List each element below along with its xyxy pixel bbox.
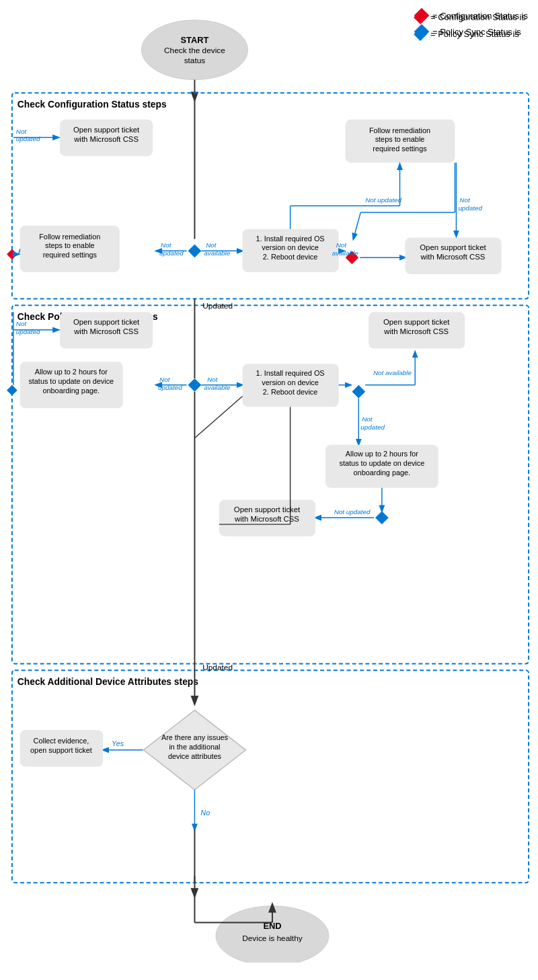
svg-text:onboarding page.: onboarding page. bbox=[43, 386, 100, 395]
svg-text:Open support ticket: Open support ticket bbox=[73, 318, 140, 326]
svg-text:Not: Not bbox=[336, 241, 348, 249]
attributes-section-box bbox=[12, 670, 529, 883]
svg-text:updated: updated bbox=[16, 328, 40, 335]
svg-text:Not updated: Not updated bbox=[365, 196, 401, 204]
svg-text:Not: Not bbox=[206, 241, 217, 249]
svg-text:status to update on device: status to update on device bbox=[339, 459, 424, 467]
svg-text:Not: Not bbox=[459, 196, 471, 204]
svg-text:Not available: Not available bbox=[373, 369, 412, 376]
svg-text:version on device: version on device bbox=[262, 243, 319, 251]
svg-text:Not: Not bbox=[159, 376, 171, 383]
svg-line-12 bbox=[19, 249, 20, 254]
policy-section-box bbox=[12, 305, 529, 663]
svg-text:Not updated: Not updated bbox=[334, 508, 371, 516]
policy-diamond-blue-center bbox=[188, 378, 202, 392]
svg-text:with Microsoft CSS: with Microsoft CSS bbox=[234, 515, 299, 523]
svg-text:steps to enable: steps to enable bbox=[45, 241, 95, 249]
svg-text:steps to enable: steps to enable bbox=[375, 135, 425, 143]
svg-text:available: available bbox=[204, 384, 230, 391]
svg-text:Allow up to 2 hours for: Allow up to 2 hours for bbox=[346, 450, 418, 458]
svg-text:Updated: Updated bbox=[202, 301, 233, 311]
svg-text:updated: updated bbox=[458, 204, 482, 212]
svg-text:2. Reboot device: 2. Reboot device bbox=[263, 388, 318, 396]
svg-text:Check the device: Check the device bbox=[164, 46, 225, 55]
svg-text:Updated: Updated bbox=[202, 663, 233, 672]
attributes-section-title: Check Additional Device Attributes steps bbox=[17, 676, 198, 687]
svg-text:available: available bbox=[204, 249, 230, 257]
policy-diamond-blue-bottom bbox=[375, 511, 389, 524]
svg-text:Follow remediation: Follow remediation bbox=[39, 233, 100, 241]
svg-text:updated: updated bbox=[16, 135, 40, 142]
svg-text:updated: updated bbox=[360, 423, 385, 431]
svg-text:updated: updated bbox=[158, 384, 182, 391]
legend-config-text: = Configuration Status is bbox=[430, 12, 526, 22]
policy-diamond-blue-right bbox=[352, 385, 365, 399]
svg-text:Not: Not bbox=[16, 320, 28, 327]
svg-text:Allow up to 2 hours for: Allow up to 2 hours for bbox=[35, 368, 108, 376]
svg-text:status to update on device: status to update on device bbox=[28, 377, 114, 385]
svg-text:device attributes: device attributes bbox=[168, 752, 222, 760]
config-section-title: Check Configuration Status steps bbox=[17, 99, 167, 110]
config-diamond-blue-center bbox=[188, 244, 202, 257]
svg-text:updated: updated bbox=[159, 249, 184, 257]
svg-text:available: available bbox=[332, 249, 358, 257]
svg-text:No: No bbox=[200, 809, 210, 817]
svg-text:with Microsoft CSS: with Microsoft CSS bbox=[383, 327, 449, 335]
svg-text:Device is healthy: Device is healthy bbox=[242, 934, 302, 943]
svg-line-81 bbox=[194, 397, 242, 438]
svg-text:2. Reboot device: 2. Reboot device bbox=[263, 253, 318, 261]
svg-text:Collect evidence,: Collect evidence, bbox=[34, 737, 89, 745]
svg-text:open support ticket: open support ticket bbox=[30, 746, 92, 754]
svg-text:with Microsoft CSS: with Microsoft CSS bbox=[73, 327, 139, 335]
legend-policy-text: = Policy Sync Status is bbox=[430, 29, 519, 39]
svg-text:version on device: version on device bbox=[262, 378, 319, 386]
svg-text:1. Install required OS: 1. Install required OS bbox=[256, 369, 325, 377]
svg-text:Not: Not bbox=[16, 128, 28, 135]
svg-text:Open support ticket: Open support ticket bbox=[73, 126, 140, 134]
svg-text:required settings: required settings bbox=[43, 251, 98, 259]
svg-text:Open support ticket: Open support ticket bbox=[383, 318, 450, 326]
flowchart-svg: START Check the device status Check Conf… bbox=[7, 7, 531, 963]
svg-text:1. Install required OS: 1. Install required OS bbox=[256, 235, 325, 243]
policy-diamond-blue-left bbox=[7, 385, 17, 396]
svg-text:with Microsoft CSS: with Microsoft CSS bbox=[73, 135, 139, 143]
svg-text:Open support ticket: Open support ticket bbox=[420, 243, 486, 251]
legend-blue-icon bbox=[414, 28, 427, 41]
svg-line-34 bbox=[353, 212, 360, 239]
svg-text:status: status bbox=[184, 56, 206, 65]
legend-red-icon bbox=[414, 11, 427, 24]
svg-text:in the additional: in the additional bbox=[169, 743, 220, 751]
svg-text:onboarding page.: onboarding page. bbox=[354, 468, 411, 477]
svg-text:Not: Not bbox=[362, 415, 373, 423]
svg-text:START: START bbox=[181, 35, 209, 45]
svg-text:Are there any issues: Are there any issues bbox=[161, 733, 229, 741]
svg-text:Follow remediation: Follow remediation bbox=[369, 126, 430, 134]
diagram-container: = Configuration Status is = Policy Sync … bbox=[0, 0, 538, 969]
svg-text:with Microsoft CSS: with Microsoft CSS bbox=[420, 253, 486, 261]
svg-text:Yes: Yes bbox=[112, 739, 124, 747]
svg-text:Not: Not bbox=[161, 241, 172, 249]
svg-text:Not: Not bbox=[207, 376, 219, 383]
svg-text:required settings: required settings bbox=[373, 145, 427, 153]
legend-overlay: = Configuration Status is = Policy Sync … bbox=[416, 12, 526, 39]
